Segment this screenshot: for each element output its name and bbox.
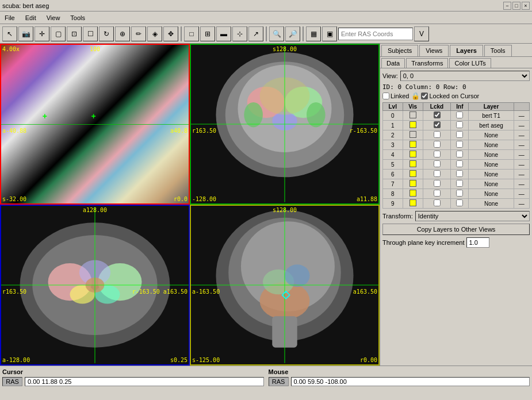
layer-lckd[interactable]	[451, 130, 469, 140]
copy-layers-button[interactable]: Copy Layers to Other Views	[382, 224, 530, 235]
main-area: + + 4.00x 100 a-40.88 a40.8 s-32.00 r0.0	[0, 44, 532, 366]
table-row: 1 bert aseg —	[383, 121, 530, 130]
layer-menu[interactable]: —	[514, 179, 529, 189]
view-bottom-right[interactable]: s128.00 a-163.50 a163.50 s-125.00 r0.00	[190, 205, 380, 366]
lock-icon: 🔒	[411, 92, 420, 100]
layer-lckd[interactable]	[451, 140, 469, 150]
layer-menu[interactable]: —	[514, 170, 529, 179]
layer-menu[interactable]: —	[514, 130, 529, 140]
layer-vis[interactable]	[423, 150, 451, 160]
layer-lckd[interactable]	[451, 160, 469, 170]
layer-vis[interactable]	[423, 199, 451, 209]
tool-magnify[interactable]: 🔍	[269, 26, 284, 41]
mouse-ras-value: 0.00 59.50 -108.00	[291, 377, 530, 386]
tool-select2[interactable]: ⊡	[67, 26, 82, 41]
tool-zoom[interactable]: ⊕	[115, 26, 130, 41]
layer-name: None	[469, 170, 514, 179]
layer-lckd[interactable]	[451, 121, 469, 130]
tool-square[interactable]: □	[184, 26, 199, 41]
layer-name: None	[469, 140, 514, 150]
tab-subjects[interactable]: Subjects	[381, 45, 418, 56]
layer-lckd[interactable]	[451, 179, 469, 189]
linked-checkbox[interactable]	[382, 93, 389, 99]
views-area: + + 4.00x 100 a-40.88 a40.8 s-32.00 r0.0	[0, 44, 380, 366]
layer-lckd[interactable]	[451, 189, 469, 199]
view-top-left[interactable]: + + 4.00x 100 a-40.88 a40.8 s-32.00 r0.0	[0, 44, 190, 205]
tool-select1[interactable]: ▢	[51, 26, 66, 41]
transform-select[interactable]: Identity	[415, 211, 530, 221]
layer-menu[interactable]: —	[514, 189, 529, 199]
layer-vis[interactable]	[423, 130, 451, 140]
tab-layers[interactable]: Layers	[450, 45, 483, 56]
tab-tools[interactable]: Tools	[484, 45, 512, 56]
maximize-button[interactable]: □	[512, 2, 520, 10]
cursor-title: Cursor	[2, 368, 264, 375]
layer-vis[interactable]	[423, 111, 451, 121]
layer-menu[interactable]: —	[514, 121, 529, 130]
tab-color-luts[interactable]: Color LUTs	[449, 58, 491, 68]
view-bottom-left[interactable]: a128.00 r163.50 r-163.50 a163.50 a-128.0…	[0, 205, 190, 366]
layer-menu[interactable]: —	[514, 199, 529, 209]
layer-vis[interactable]	[423, 140, 451, 150]
tool-cursor[interactable]: ⊹	[232, 26, 247, 41]
tool-rotate[interactable]: ↻	[99, 26, 114, 41]
view-top-right[interactable]: s128.00 r163.50 r-163.50 -128.00 a11.88	[190, 44, 380, 205]
tool-arrow[interactable]: ↖	[2, 26, 17, 41]
tool-screenshot[interactable]: 📷	[18, 26, 33, 41]
layer-vis[interactable]	[423, 121, 451, 130]
menu-view[interactable]: View	[44, 13, 63, 22]
layer-vis[interactable]	[423, 170, 451, 179]
table-row: 8 None —	[383, 189, 530, 199]
minimize-button[interactable]: −	[503, 2, 511, 10]
layer-vis[interactable]	[423, 189, 451, 199]
layer-lvl: 9	[383, 199, 403, 209]
label-right-br: a163.50	[353, 289, 377, 295]
menu-tools[interactable]: Tools	[68, 13, 87, 22]
window-title: scuba: bert aseg	[2, 2, 49, 9]
tool-eraser[interactable]: ◈	[147, 26, 162, 41]
tool-select3[interactable]: ☐	[83, 26, 98, 41]
layer-vis[interactable]	[423, 179, 451, 189]
layer-lckd[interactable]	[451, 111, 469, 121]
tab-transforms[interactable]: Transforms	[406, 58, 448, 68]
layer-color	[403, 140, 423, 150]
label-left-bl: r163.50	[2, 289, 26, 295]
layer-menu[interactable]: —	[514, 160, 529, 170]
layer-menu[interactable]: —	[514, 140, 529, 150]
tool-layers[interactable]: ▦	[306, 26, 321, 41]
layer-vis[interactable]	[423, 160, 451, 170]
through-plane-row: Through plane key increment	[382, 237, 530, 248]
ras-dropdown-btn[interactable]: V	[414, 26, 429, 41]
tool-rect[interactable]: ▬	[216, 26, 231, 41]
layer-name: None	[469, 189, 514, 199]
label-top-tr: s128.00	[273, 46, 297, 52]
menu-edit[interactable]: Edit	[23, 13, 39, 22]
view-select[interactable]: 0, 0	[400, 71, 530, 81]
tab-data[interactable]: Data	[381, 58, 405, 68]
close-button[interactable]: ×	[522, 2, 530, 10]
locked-checkbox[interactable]	[421, 93, 428, 99]
ras-coords-input[interactable]	[338, 28, 413, 40]
layer-lckd[interactable]	[451, 150, 469, 160]
layer-lvl: 7	[383, 179, 403, 189]
layer-lckd[interactable]	[451, 170, 469, 179]
menu-file[interactable]: File	[2, 13, 17, 22]
layer-menu[interactable]: —	[514, 111, 529, 121]
table-row: 9 None —	[383, 199, 530, 209]
tool-move[interactable]: ✥	[163, 26, 178, 41]
tool-magnify2[interactable]: 🔎	[285, 26, 300, 41]
green-plus-tl: +	[43, 111, 47, 121]
layer-lvl: 2	[383, 130, 403, 140]
tool-arrow2[interactable]: ↗	[248, 26, 263, 41]
through-plane-input[interactable]	[466, 237, 489, 248]
layer-name: None	[469, 130, 514, 140]
table-row: 2 None —	[383, 130, 530, 140]
layer-color	[403, 150, 423, 160]
tool-paint[interactable]: ✏	[131, 26, 146, 41]
tool-grid[interactable]: ⊞	[200, 26, 215, 41]
layer-menu[interactable]: —	[514, 150, 529, 160]
tool-crosshair[interactable]: ✛	[35, 26, 49, 41]
tool-window[interactable]: ▣	[322, 26, 337, 41]
layer-lckd[interactable]	[451, 199, 469, 209]
tab-views[interactable]: Views	[419, 45, 449, 56]
